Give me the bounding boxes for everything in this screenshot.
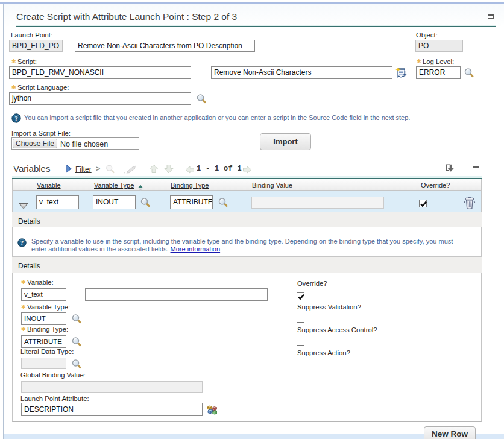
svg-text:?: ? bbox=[14, 115, 18, 122]
svg-text:?: ? bbox=[20, 239, 24, 246]
